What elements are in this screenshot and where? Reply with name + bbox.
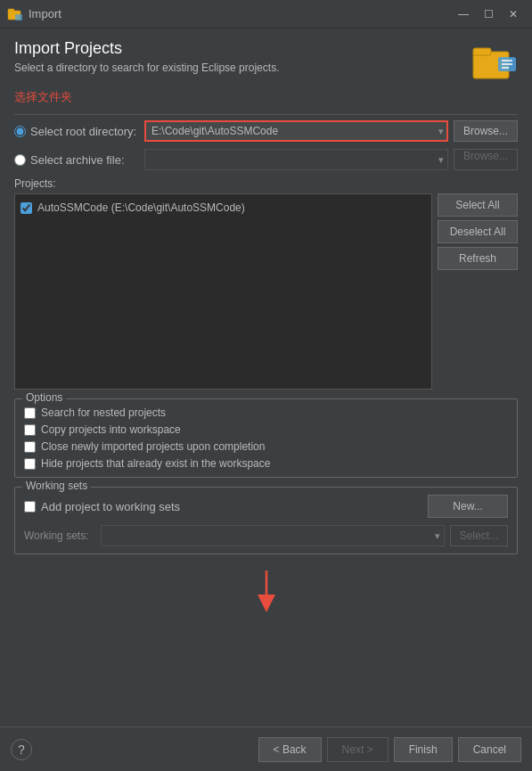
option-row-2: Copy projects into workspace [24, 423, 508, 436]
projects-label: Projects: [14, 177, 518, 190]
working-sets-field-label: Working sets: [24, 529, 95, 542]
arrow-area [14, 563, 518, 617]
maximize-button[interactable]: ☐ [477, 4, 500, 24]
option-row-1: Search for nested projects [24, 406, 508, 419]
working-sets-combo [101, 525, 445, 546]
minimize-button[interactable]: — [452, 4, 475, 24]
root-dir-select-wrapper: E:\Code\git\AutoSSMCode [144, 120, 448, 142]
help-button[interactable]: ? [11, 739, 32, 760]
nested-projects-label: Search for nested projects [41, 406, 166, 419]
working-sets-add-row: Add project to working sets New... [24, 495, 508, 518]
titlebar: Import — ☐ ✕ [0, 0, 532, 29]
select-folder-hint: 选择文件夹 [14, 89, 518, 105]
archive-file-label: Select archive file: [30, 153, 125, 167]
root-dir-combo[interactable]: E:\Code\git\AutoSSMCode [144, 120, 448, 142]
cancel-button[interactable]: Cancel [458, 737, 521, 762]
titlebar-controls: — ☐ ✕ [452, 4, 525, 24]
header-text: Import Projects Select a directory to se… [14, 39, 279, 74]
archive-file-row: Select archive file: Browse... [14, 149, 518, 170]
projects-list[interactable]: AutoSSMCode (E:\Code\git\AutoSSMCode) [14, 193, 432, 390]
working-sets-section: Working sets Add project to working sets… [14, 487, 518, 554]
next-button: Next > [327, 737, 389, 762]
titlebar-icon [7, 6, 23, 22]
close-imported-checkbox[interactable] [24, 441, 36, 453]
working-sets-legend: Working sets [22, 480, 91, 492]
archive-file-radio-label[interactable]: Select archive file: [14, 153, 139, 167]
refresh-button[interactable]: Refresh [438, 247, 518, 270]
project-checkbox[interactable] [20, 202, 32, 214]
page-title: Import Projects [14, 39, 279, 58]
root-dir-row: Select root directory: E:\Code\git\AutoS… [14, 120, 518, 142]
options-section: Options Search for nested projects Copy … [14, 398, 518, 478]
hide-existing-label: Hide projects that already exist in the … [41, 457, 270, 470]
copy-projects-checkbox[interactable] [24, 424, 36, 436]
svg-rect-4 [473, 48, 491, 55]
svg-rect-1 [8, 9, 14, 12]
archive-file-combo [144, 149, 448, 170]
option-row-4: Hide projects that already exist in the … [24, 457, 508, 470]
bottom-bar: ? < Back Next > Finish Cancel [0, 726, 532, 771]
dialog-body: Import Projects Select a directory to se… [0, 29, 532, 627]
browse-archive-button: Browse... [454, 149, 518, 170]
root-dir-radio-label[interactable]: Select root directory: [14, 125, 139, 138]
finish-button[interactable]: Finish [394, 737, 453, 762]
hide-existing-checkbox[interactable] [24, 458, 36, 470]
working-sets-combo-row: Working sets: Select... [24, 525, 508, 546]
archive-dir-select-wrapper [144, 149, 448, 170]
root-dir-radio[interactable] [14, 126, 26, 137]
working-sets-select-wrapper [101, 525, 445, 546]
project-name: AutoSSMCode (E:\Code\git\AutoSSMCode) [37, 201, 245, 214]
close-button[interactable]: ✕ [502, 4, 525, 24]
header-section: Import Projects Select a directory to se… [14, 39, 518, 86]
new-working-set-button[interactable]: New... [428, 495, 508, 518]
svg-rect-2 [15, 14, 22, 21]
separator [14, 114, 518, 115]
titlebar-title: Import [29, 7, 452, 21]
select-working-sets-button[interactable]: Select... [450, 525, 508, 546]
header-subtitle: Select a directory to search for existin… [14, 62, 279, 74]
back-button[interactable]: < Back [258, 737, 322, 762]
projects-buttons: Select All Deselect All Refresh [438, 193, 518, 390]
add-to-working-sets-label: Add project to working sets [41, 500, 180, 513]
options-legend: Options [22, 391, 66, 404]
arrow-annotation [213, 566, 320, 615]
add-to-working-sets-checkbox[interactable] [24, 501, 36, 513]
copy-projects-label: Copy projects into workspace [41, 423, 181, 436]
option-row-3: Close newly imported projects upon compl… [24, 440, 508, 453]
deselect-all-button[interactable]: Deselect All [438, 220, 518, 243]
nested-projects-checkbox[interactable] [24, 407, 36, 419]
close-imported-label: Close newly imported projects upon compl… [41, 440, 265, 453]
list-item: AutoSSMCode (E:\Code\git\AutoSSMCode) [20, 200, 426, 216]
select-all-button[interactable]: Select All [438, 193, 518, 217]
archive-file-radio[interactable] [14, 154, 26, 166]
root-dir-label: Select root directory: [30, 125, 136, 138]
browse-root-button[interactable]: Browse... [454, 120, 518, 142]
projects-area: AutoSSMCode (E:\Code\git\AutoSSMCode) Se… [14, 193, 518, 390]
header-icon [471, 39, 518, 86]
